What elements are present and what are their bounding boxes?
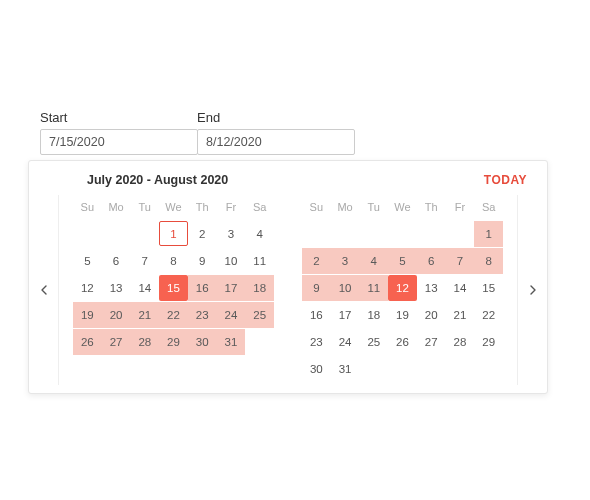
day-cell[interactable]: 17 [331,302,360,328]
dow-label: Tu [130,195,159,221]
day-cell[interactable]: 23 [302,329,331,355]
day-cell[interactable]: 6 [417,248,446,274]
day-cell[interactable]: 4 [359,248,388,274]
day-cell[interactable]: 20 [102,302,131,328]
day-cell-empty [388,356,417,382]
day-cell[interactable]: 14 [446,275,475,301]
dow-label: Sa [474,195,503,221]
dow-label: Fr [446,195,475,221]
day-cell[interactable]: 30 [188,329,217,355]
day-cell[interactable]: 26 [388,329,417,355]
start-field: Start [40,110,198,155]
day-cell[interactable]: 4 [245,221,274,247]
prev-month-button[interactable] [37,277,51,303]
day-cell-empty [474,356,503,382]
day-cell[interactable]: 15 [159,275,188,301]
day-cell[interactable]: 3 [217,221,246,247]
dow-label: Th [188,195,217,221]
end-label: End [197,110,355,125]
dow-label: Fr [217,195,246,221]
day-cell-empty [102,221,131,247]
day-cell[interactable]: 22 [159,302,188,328]
day-cell-empty [130,221,159,247]
end-input[interactable] [197,129,355,155]
day-cell[interactable]: 18 [359,302,388,328]
day-cell-empty [359,356,388,382]
day-cell[interactable]: 1 [159,221,188,246]
day-cell[interactable]: 20 [417,302,446,328]
dow-label: Sa [245,195,274,221]
day-cell-empty [417,221,446,247]
day-cell[interactable]: 19 [388,302,417,328]
day-cell[interactable]: 29 [159,329,188,355]
day-cell[interactable]: 12 [73,275,102,301]
day-cell-empty [302,221,331,247]
dow-label: Th [417,195,446,221]
day-cell[interactable]: 11 [245,248,274,274]
day-cell-empty [417,356,446,382]
day-cell-empty [245,329,274,355]
day-cell[interactable]: 1 [474,221,503,247]
next-month-button[interactable] [526,277,540,303]
next-month-col [517,195,547,385]
day-cell[interactable]: 5 [73,248,102,274]
day-cell[interactable]: 10 [217,248,246,274]
day-cell[interactable]: 24 [217,302,246,328]
day-cell[interactable]: 24 [331,329,360,355]
chevron-right-icon [530,285,536,295]
today-button[interactable]: TODAY [484,173,527,187]
day-cell[interactable]: 23 [188,302,217,328]
dow-label: We [388,195,417,221]
day-cell[interactable]: 2 [302,248,331,274]
day-cell[interactable]: 12 [388,275,417,301]
day-cell[interactable]: 22 [474,302,503,328]
month-right: SuMoTuWeThFrSa12345678910111213141516171… [288,195,517,383]
chevron-left-icon [41,285,47,295]
day-cell-empty [388,221,417,247]
day-cell[interactable]: 6 [102,248,131,274]
day-cell-empty [73,221,102,247]
day-cell[interactable]: 2 [188,221,217,247]
day-cell[interactable]: 25 [245,302,274,328]
day-cell-empty [446,356,475,382]
day-cell[interactable]: 8 [474,248,503,274]
day-cell[interactable]: 27 [417,329,446,355]
day-cell[interactable]: 27 [102,329,131,355]
day-cell[interactable]: 21 [130,302,159,328]
day-cell[interactable]: 14 [130,275,159,301]
day-cell[interactable]: 18 [245,275,274,301]
day-cell-empty [446,221,475,247]
dow-label: Su [73,195,102,221]
day-cell[interactable]: 9 [302,275,331,301]
day-cell[interactable]: 5 [388,248,417,274]
day-cell[interactable]: 28 [446,329,475,355]
day-cell[interactable]: 8 [159,248,188,274]
start-input[interactable] [40,129,198,155]
day-cell[interactable]: 25 [359,329,388,355]
day-cell[interactable]: 7 [130,248,159,274]
day-cell[interactable]: 17 [217,275,246,301]
day-cell[interactable]: 13 [102,275,131,301]
day-cell[interactable]: 21 [446,302,475,328]
day-cell[interactable]: 26 [73,329,102,355]
day-cell[interactable]: 11 [359,275,388,301]
day-cell[interactable]: 9 [188,248,217,274]
day-cell[interactable]: 3 [331,248,360,274]
day-cell[interactable]: 28 [130,329,159,355]
start-label: Start [40,110,198,125]
day-cell[interactable]: 30 [302,356,331,382]
day-cell[interactable]: 31 [331,356,360,382]
day-cell[interactable]: 10 [331,275,360,301]
day-cell[interactable]: 19 [73,302,102,328]
day-cell[interactable]: 31 [217,329,246,355]
range-title: July 2020 - August 2020 [87,173,228,187]
day-cell[interactable]: 13 [417,275,446,301]
day-cell[interactable]: 29 [474,329,503,355]
date-range-popup: July 2020 - August 2020 TODAY SuMoTuWeTh… [28,160,548,394]
day-cell[interactable]: 15 [474,275,503,301]
day-cell[interactable]: 16 [302,302,331,328]
day-cell[interactable]: 7 [446,248,475,274]
dow-label: Mo [102,195,131,221]
day-cell[interactable]: 16 [188,275,217,301]
end-field: End [197,110,355,155]
